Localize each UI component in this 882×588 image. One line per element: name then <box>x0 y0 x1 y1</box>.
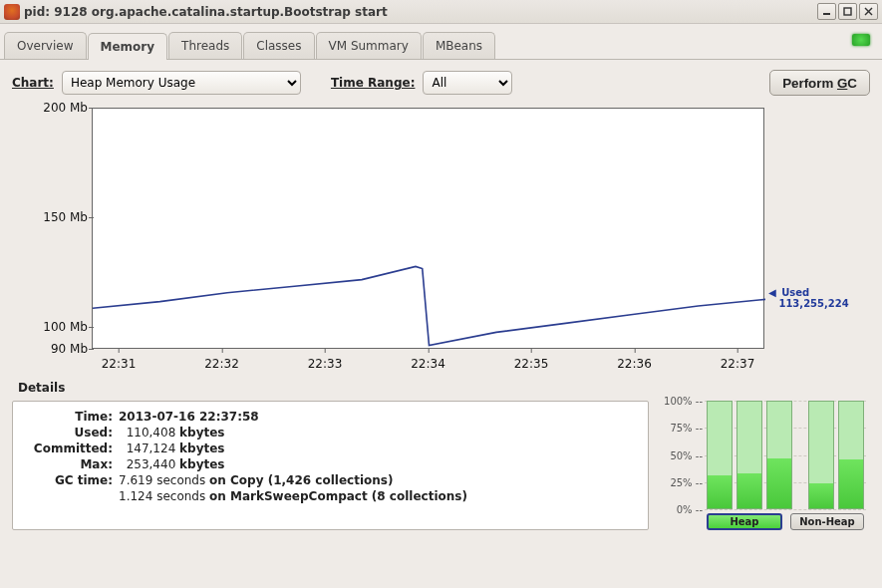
window-title: pid: 9128 org.apache.catalina.startup.Bo… <box>24 5 388 19</box>
chart-plot-area[interactable] <box>92 108 764 349</box>
tab-mbeans[interactable]: MBeans <box>423 32 495 59</box>
chart-controls: Chart: Heap Memory Usage Time Range: All… <box>12 70 870 96</box>
used-unit: kbytes <box>179 426 224 440</box>
tab-classes[interactable]: Classes <box>243 32 314 59</box>
chart-series-value: 113,255,224 <box>778 298 848 309</box>
heap-pool-bar-0[interactable] <box>707 401 733 509</box>
chart-series-name: Used <box>781 287 809 298</box>
used-value: 110,408 <box>127 426 176 440</box>
x-tick: 22:33 <box>308 357 343 371</box>
connection-status-icon <box>852 34 870 46</box>
tab-vmsummary[interactable]: VM Summary <box>316 32 422 59</box>
pct-label: 25% -- <box>661 476 703 487</box>
max-value: 253,440 <box>127 457 176 471</box>
used-label: Used: <box>23 426 119 440</box>
gctime-label: GC time: <box>23 473 119 487</box>
x-tick: 22:34 <box>411 357 445 371</box>
time-value: 2013-07-16 22:37:58 <box>119 410 259 424</box>
tab-threads[interactable]: Threads <box>168 32 242 59</box>
java-cup-icon <box>4 4 20 20</box>
details-header: Details <box>18 381 870 395</box>
maximize-icon <box>843 7 852 16</box>
pct-label: 75% -- <box>661 423 703 434</box>
pct-label: 50% -- <box>661 449 703 460</box>
tab-memory[interactable]: Memory <box>88 33 168 60</box>
chart-current-value: ▶ Used 113,255,224 <box>768 287 868 309</box>
time-range-select[interactable]: All <box>423 71 512 95</box>
tab-overview[interactable]: Overview <box>4 32 87 59</box>
x-tick: 22:31 <box>102 357 137 371</box>
max-unit: kbytes <box>179 457 224 471</box>
close-icon <box>864 7 873 16</box>
heap-toggle[interactable]: Heap <box>707 513 782 530</box>
heap-pool-bar-1[interactable] <box>736 401 762 509</box>
nonheap-toggle[interactable]: Non-Heap <box>790 513 864 530</box>
nonheap-pool-bar-0[interactable] <box>808 401 834 509</box>
svg-rect-0 <box>823 13 830 15</box>
pct-label: 0% -- <box>661 504 703 515</box>
y-tick: 100 Mb <box>12 320 88 334</box>
time-label: Time: <box>23 410 119 424</box>
gc2-seconds: 1.124 <box>119 489 152 503</box>
tab-bar: Overview Memory Threads Classes VM Summa… <box>0 24 882 60</box>
chart-select[interactable]: Heap Memory Usage <box>62 71 301 95</box>
minimize-icon <box>822 7 831 16</box>
time-range-label: Time Range: <box>331 76 416 90</box>
pointer-left-icon: ▶ <box>768 287 776 298</box>
x-tick: 22:32 <box>204 357 239 371</box>
minimize-button[interactable] <box>817 3 836 20</box>
y-tick: 90 Mb <box>12 342 88 356</box>
memory-chart: ▶ Used 113,255,224 90 Mb100 Mb150 Mb200 … <box>12 104 870 373</box>
nonheap-pool-bar-1[interactable] <box>838 401 864 509</box>
svg-rect-1 <box>844 8 851 15</box>
pct-label: 100% -- <box>661 396 703 407</box>
x-tick: 22:36 <box>617 357 652 371</box>
gc-button-suffix: C <box>847 76 857 91</box>
close-button[interactable] <box>859 3 878 20</box>
y-tick: 150 Mb <box>12 210 88 224</box>
gc2-desc: on MarkSweepCompact (8 collections) <box>209 489 467 503</box>
x-tick: 22:35 <box>514 357 549 371</box>
committed-label: Committed: <box>23 441 119 455</box>
bar-fill <box>767 458 791 508</box>
max-label: Max: <box>23 457 119 471</box>
gc1-seconds: 7.619 <box>119 473 152 487</box>
chart-line <box>93 109 765 350</box>
bar-fill <box>737 473 761 508</box>
committed-unit: kbytes <box>179 441 224 455</box>
gc2-unit: seconds <box>156 489 205 503</box>
pct-gridline <box>705 509 866 510</box>
gc-button-mnemonic: G <box>837 76 847 91</box>
maximize-button[interactable] <box>838 3 857 20</box>
x-tick: 22:37 <box>721 357 755 371</box>
bar-fill <box>708 475 732 508</box>
chart-label: Chart: <box>12 76 54 90</box>
gc1-desc: on Copy (1,426 collections) <box>209 473 393 487</box>
y-tick: 200 Mb <box>12 101 88 115</box>
perform-gc-button[interactable]: Perform GC <box>769 70 870 96</box>
gc1-unit: seconds <box>156 473 205 487</box>
details-panel: Time: 2013-07-16 22:37:58 Used: 110,408 … <box>12 401 649 530</box>
title-bar: pid: 9128 org.apache.catalina.startup.Bo… <box>0 0 882 24</box>
bar-fill <box>809 483 833 508</box>
heap-pool-bar-2[interactable] <box>766 401 792 509</box>
bar-fill <box>839 459 863 508</box>
memory-pool-bars: 100% --75% --50% --25% --0% -- Heap Non-… <box>661 401 870 530</box>
committed-value: 147,124 <box>127 441 176 455</box>
gc-button-prefix: Perform <box>782 76 837 91</box>
